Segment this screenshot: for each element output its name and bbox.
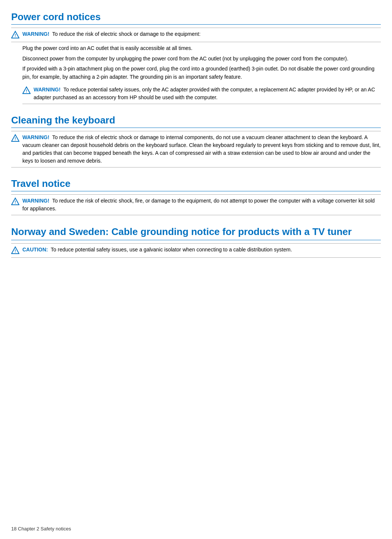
section-title-power-cord: Power cord notices [11,7,381,23]
body-text-power-cord-3: If provided with a 3-pin attachment plug… [22,65,381,81]
warning-label-2: WARNING! [34,87,60,93]
svg-text:!: ! [26,89,27,93]
warning-body-cleaning: To reduce the risk of electric shock or … [22,134,380,164]
section-title-norway: Norway and Sweden: Cable grounding notic… [11,222,381,238]
section-norway: Norway and Sweden: Cable grounding notic… [11,222,381,258]
warning-block-travel: ! WARNING! To reduce the risk of electri… [11,194,381,215]
body-text-power-cord-2: Disconnect power from the computer by un… [22,55,381,63]
warning-icon: ! [11,31,20,40]
warning-block-power-cord-1: ! WARNING! To reduce the risk of electri… [11,28,381,42]
warning-text-travel: WARNING! To reduce the risk of electric … [22,197,381,213]
warning-block-cleaning: ! WARNING! To reduce the risk of electri… [11,131,381,167]
page-content: Power cord notices ! WARNING! To reduce … [11,7,381,258]
warning-text-cleaning: WARNING! To reduce the risk of electric … [22,134,381,165]
warning-icon-2: ! [22,86,31,95]
warning-icon-cleaning: ! [11,134,20,143]
section-title-cleaning: Cleaning the keyboard [11,111,381,126]
warning-text-power-cord-2: WARNING! To reduce potential safety issu… [34,86,381,101]
caution-icon-norway: ! [11,246,20,255]
warning-body-norway: To reduce potential safety issues, use a… [51,247,292,253]
warning-body-travel: To reduce the risk of electric shock, fi… [22,198,375,211]
warning-label-cleaning: WARNING! [22,134,49,140]
warning-label-travel: WARNING! [22,198,49,204]
caution-label-norway: CAUTION: [22,247,48,253]
warning-icon-travel: ! [11,197,20,206]
section-title-travel: Travel notice [11,174,381,189]
svg-text:!: ! [15,137,16,141]
warning-block-norway: ! CAUTION: To reduce potential safety is… [11,243,381,258]
section-travel: Travel notice ! WARNING! To reduce the r… [11,174,381,215]
warning-text-norway: CAUTION: To reduce potential safety issu… [22,246,292,254]
svg-text:!: ! [15,200,16,204]
warning-intro: To reduce the risk of electric shock or … [52,31,201,37]
section-power-cord: Power cord notices ! WARNING! To reduce … [11,7,381,104]
warning-block-power-cord-2: ! WARNING! To reduce potential safety is… [22,84,381,104]
warning-label: WARNING! [22,31,49,37]
warning-text-power-cord-1: WARNING! To reduce the risk of electric … [22,30,201,38]
warning-extra-text: To reduce potential safety issues, only … [34,87,375,100]
svg-text:!: ! [15,33,16,38]
body-text-power-cord-1: Plug the power cord into an AC outlet th… [22,44,381,53]
svg-text:!: ! [15,249,16,253]
section-cleaning-keyboard: Cleaning the keyboard ! WARNING! To redu… [11,111,381,167]
